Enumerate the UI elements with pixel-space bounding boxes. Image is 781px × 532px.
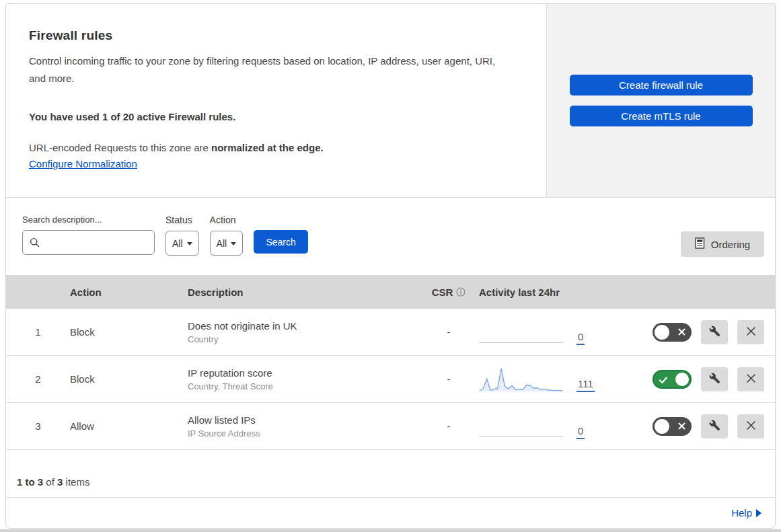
rule-action: Block [70,373,188,385]
edit-rule-button[interactable] [701,414,728,439]
rule-description: Allow listed IPs [188,414,418,426]
info-icon[interactable] [456,287,466,299]
header-section: Firewall rules Control incoming traffic … [6,4,775,198]
activity-flatline [479,436,563,437]
toggle-knob [655,419,669,434]
search-button[interactable]: Search [254,230,308,254]
rule-controls [647,414,775,439]
delete-rule-button[interactable] [737,320,764,344]
table-row: 3 Allow Allow listed IPs IP Source Addre… [6,403,775,450]
rule-description: IP reputation score [188,367,418,379]
rule-priority: 3 [6,420,70,432]
rule-description-cell: Allow listed IPs IP Source Address [188,414,418,439]
column-action: Action [70,287,188,298]
page-title: Firewall rules [29,28,526,43]
chevron-down-icon [187,242,192,245]
action-dropdown[interactable]: All [210,231,244,256]
action-filter-group: Action All [210,215,244,256]
activity-chart [479,318,563,346]
action-dropdown-value: All [217,238,227,249]
status-dropdown-value: All [172,238,183,249]
rule-csr: - [418,373,479,385]
rule-priority: 2 [6,373,70,385]
wrench-icon [709,326,720,339]
delete-rule-button[interactable] [737,414,764,439]
pagination-summary: 1 to 3 of 3 items [6,450,775,498]
activity-count-link[interactable]: 111 [577,378,595,392]
check-icon [659,377,667,384]
create-mtls-rule-button[interactable]: Create mTLS rule [570,106,753,126]
status-dropdown[interactable]: All [165,231,199,256]
rule-fields: IP Source Address [188,428,418,439]
rule-activity-cell: 111 [479,365,647,393]
rule-priority: 1 [6,326,70,338]
x-icon [678,328,685,336]
activity-count-link[interactable]: 0 [577,425,585,439]
rule-description-cell: IP reputation score Country, Threat Scor… [188,367,418,391]
search-group: Search description... [22,215,155,255]
usage-notice: You have used 1 of 20 active Firewall ru… [29,111,526,122]
wrench-icon [709,373,720,386]
rule-action: Allow [70,420,188,432]
rule-description: Does not originate in UK [188,320,418,332]
ordering-list-icon [695,237,705,251]
rule-action: Block [70,326,188,338]
toggle-knob [675,373,689,386]
help-row: Help [6,498,775,528]
search-input[interactable] [22,230,155,255]
wrench-icon [709,420,720,433]
column-activity: Activity last 24hr [479,287,647,298]
status-filter-group: Status All [165,215,199,256]
column-description: Description [188,287,418,298]
ordering-button[interactable]: Ordering [681,231,764,257]
header-text-area: Firewall rules Control incoming traffic … [6,4,546,197]
filter-bar: Search description... Status All Action … [6,198,775,275]
enable-toggle[interactable] [653,417,692,436]
table-row: 1 Block Does not originate in UK Country… [6,309,775,356]
configure-normalization-link[interactable]: Configure Normalization [29,158,137,169]
arrow-right-icon [756,509,761,517]
toggle-knob [655,325,669,340]
rule-activity-cell: 0 [479,318,647,346]
activity-chart [479,412,563,441]
close-icon [746,420,756,432]
rule-csr: - [418,326,479,338]
close-icon [746,326,756,338]
close-icon [746,373,756,385]
rule-csr: - [418,420,479,432]
actions-panel: Create firewall rule Create mTLS rule [546,4,775,197]
rule-fields: Country [188,334,418,344]
rule-controls [647,320,775,344]
chevron-down-icon [231,242,236,245]
page-divider [0,529,781,532]
action-label: Action [210,215,244,225]
activity-chart [479,365,563,393]
activity-sparkline [479,365,563,393]
column-csr: CSR [418,286,479,299]
edit-rule-button[interactable] [701,367,728,391]
status-label: Status [165,215,199,225]
rule-description-cell: Does not originate in UK Country [188,320,418,344]
normalization-notice: URL-encoded Requests to this zone are no… [29,142,526,153]
rules-table-body: 1 Block Does not originate in UK Country… [6,309,775,450]
firewall-rules-card: Firewall rules Control incoming traffic … [5,3,776,529]
search-label: Search description... [22,215,155,225]
table-row: 2 Block IP reputation score Country, Thr… [6,356,775,403]
create-firewall-rule-button[interactable]: Create firewall rule [570,75,753,96]
edit-rule-button[interactable] [701,320,728,344]
activity-count-link[interactable]: 0 [577,331,585,345]
enable-toggle[interactable] [653,323,692,342]
x-icon [678,422,685,430]
page-description: Control incoming traffic to your zone by… [29,52,508,87]
enable-toggle[interactable] [653,370,692,389]
rule-fields: Country, Threat Score [188,381,418,391]
help-link[interactable]: Help [731,507,761,519]
ordering-button-label: Ordering [711,239,750,250]
rule-activity-cell: 0 [479,412,647,441]
delete-rule-button[interactable] [737,367,764,391]
table-header: Action Description CSR Activity last 24h… [6,275,775,309]
activity-flatline [479,342,563,343]
rule-controls [647,367,775,391]
